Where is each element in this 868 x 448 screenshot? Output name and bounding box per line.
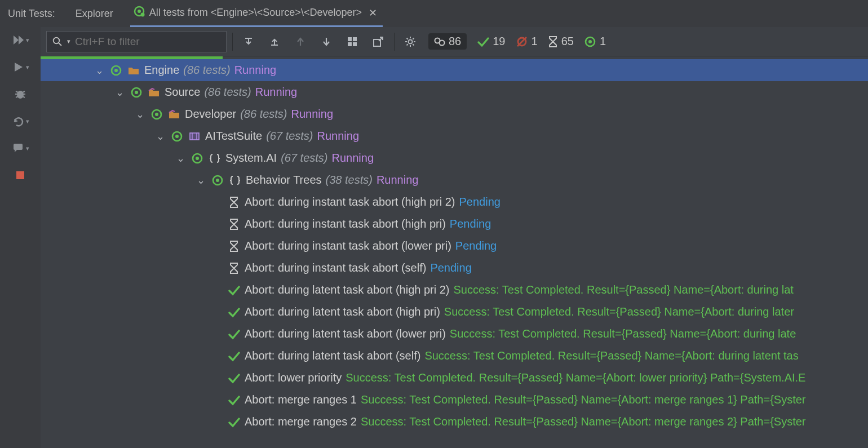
test-status: Running: [291, 108, 334, 121]
tests-icon: [434, 36, 445, 47]
debug-button[interactable]: [7, 86, 34, 103]
tree-row[interactable]: ⌄Source (86 tests) Running: [41, 81, 868, 103]
tree-row[interactable]: Abort: lower priority Success: Test Comp…: [41, 367, 868, 389]
svg-point-1: [138, 10, 141, 13]
tree-row[interactable]: Abort: during instant task abort (self) …: [41, 257, 868, 279]
side-toolbar: ▾ ▾ ▾: [0, 27, 41, 448]
test-name: System.AI: [225, 152, 277, 165]
counter-value: 86: [449, 35, 461, 48]
tree-row[interactable]: ⌄Engine (86 tests) Running: [41, 59, 868, 81]
check-icon: [477, 36, 489, 48]
test-name: Abort: during instant task abort (high p…: [245, 218, 446, 230]
test-tree[interactable]: ⌄Engine (86 tests) Running⌄Source (86 te…: [41, 59, 868, 448]
rerun-button[interactable]: ▾: [7, 113, 34, 130]
svg-point-11: [54, 37, 60, 43]
tree-row[interactable]: Abort: merge ranges 1 Success: Test Comp…: [41, 389, 868, 411]
test-count: (86 tests): [204, 86, 251, 99]
running-icon: [170, 130, 184, 143]
svg-point-2: [140, 13, 144, 17]
test-status: Success: Test Completed. Result={Passed}…: [424, 349, 798, 362]
namespace-icon: [228, 174, 242, 187]
test-session-icon: [134, 6, 145, 20]
svg-rect-13: [348, 37, 352, 41]
tree-row[interactable]: Abort: during latent task abort (high pr…: [41, 301, 868, 323]
tree-row[interactable]: Abort: during latent task abort (lower p…: [41, 323, 868, 345]
expand-all-button[interactable]: [238, 32, 259, 52]
counter-bar: 86 19 1: [428, 33, 606, 50]
search-dropdown-icon[interactable]: ▾: [67, 38, 70, 45]
test-name: Abort: during latent task abort (lower p…: [245, 327, 446, 340]
test-status: Success: Test Completed. Result={Passed}…: [454, 283, 794, 296]
test-name: AITestSuite: [205, 130, 262, 143]
comment-button[interactable]: ▾: [7, 140, 34, 157]
svg-line-24: [413, 44, 414, 45]
panel-title: Unit Tests:: [5, 8, 59, 20]
close-icon[interactable]: ✕: [366, 7, 379, 19]
content: ▾: [41, 27, 868, 448]
counter-running[interactable]: 1: [584, 35, 606, 48]
counter-failed[interactable]: 1: [516, 35, 538, 48]
svg-rect-14: [353, 37, 357, 41]
next-button[interactable]: [316, 32, 336, 52]
namespace-icon: [208, 152, 222, 165]
prev-button[interactable]: [290, 32, 311, 52]
test-status: Pending: [459, 196, 501, 209]
separator: [394, 33, 395, 51]
chevron-down-icon[interactable]: ⌄: [113, 86, 126, 99]
running-icon: [584, 36, 596, 48]
tab-explorer[interactable]: Explorer: [72, 0, 117, 27]
settings-button[interactable]: [400, 32, 420, 52]
tab-all-tests[interactable]: All tests from <Engine>\<Source>\<Develo…: [130, 0, 383, 27]
test-status: Success: Test Completed. Result={Passed}…: [361, 393, 806, 406]
tab-strip: Unit Tests: Explorer All tests from <Eng…: [0, 0, 868, 27]
counter-pending[interactable]: 65: [548, 35, 574, 48]
test-name: Behavior Trees: [246, 174, 322, 187]
check-icon: [227, 416, 241, 428]
counter-value: 65: [561, 35, 574, 48]
search-input-wrap[interactable]: ▾: [46, 31, 227, 52]
search-input[interactable]: [75, 36, 220, 48]
tree-row[interactable]: ⌄System.AI (67 tests) Running: [41, 147, 868, 169]
hourglass-icon: [227, 196, 241, 209]
main: ▾ ▾ ▾: [0, 27, 868, 448]
tree-row[interactable]: Abort: during instant task abort (high p…: [41, 191, 868, 213]
tree-row[interactable]: Abort: during instant task abort (lower …: [41, 235, 868, 257]
running-icon: [211, 174, 224, 187]
run-fast-button[interactable]: ▾: [7, 32, 34, 48]
test-count: (86 tests): [183, 64, 230, 77]
tree-row[interactable]: ⌄Behavior Trees (38 tests) Running: [41, 169, 868, 191]
test-name: Source: [165, 86, 200, 99]
folder-icon: [127, 64, 140, 77]
svg-line-12: [59, 43, 61, 46]
test-name: Abort: during instant task abort (lower …: [245, 239, 451, 252]
progress-bar: [41, 56, 868, 59]
tree-row[interactable]: ⌄AITestSuite (67 tests) Running: [41, 125, 868, 147]
counter-passed[interactable]: 19: [477, 35, 505, 48]
tree-row[interactable]: Abort: during instant task abort (high p…: [41, 213, 868, 235]
counter-value: 19: [493, 35, 505, 48]
test-status: Pending: [455, 239, 497, 252]
test-name: Abort: during latent task abort (self): [245, 349, 420, 362]
svg-rect-16: [353, 42, 357, 46]
tree-row[interactable]: ⌄Developer (86 tests) Running: [41, 103, 868, 125]
tree-row[interactable]: Abort: during latent task abort (self) S…: [41, 345, 868, 367]
run-button[interactable]: ▾: [7, 59, 34, 76]
chevron-down-icon[interactable]: ⌄: [194, 174, 207, 187]
group-by-button[interactable]: [342, 32, 362, 52]
svg-rect-10: [16, 171, 24, 179]
chevron-down-icon[interactable]: ⌄: [93, 64, 105, 77]
collapse-all-button[interactable]: [264, 32, 285, 52]
counter-total[interactable]: 86: [428, 33, 467, 50]
chevron-down-icon[interactable]: ⌄: [174, 152, 187, 165]
chevron-down-icon[interactable]: ⌄: [134, 108, 146, 121]
test-status: Pending: [450, 218, 491, 230]
chevron-down-icon[interactable]: ⌄: [154, 130, 166, 143]
results-toolbar: ▾: [41, 27, 868, 56]
tree-row[interactable]: Abort: during latent task abort (high pr…: [41, 279, 868, 301]
check-icon: [227, 394, 241, 406]
tree-row[interactable]: Abort: merge ranges 2 Success: Test Comp…: [41, 411, 868, 433]
tab-label: Explorer: [76, 8, 113, 20]
test-name: Abort: during latent task abort (high pr…: [245, 283, 450, 296]
stop-button[interactable]: [7, 167, 34, 184]
export-button[interactable]: [368, 32, 388, 52]
